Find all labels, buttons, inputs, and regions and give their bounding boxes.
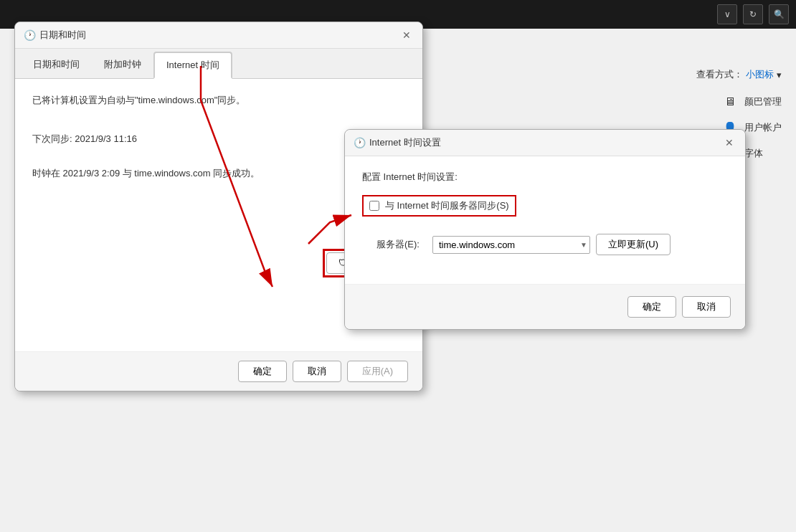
internet-content: 配置 Internet 时间设置: 与 Internet 时间服务器同步(S) … [345,156,745,284]
datetime-title-area: 🕐 日期和时间 [24,29,86,42]
sync-description: 已将计算机设置为自动与"time.windows.com"同步。 [32,93,405,108]
internet-title-text: Internet 时间设置 [369,136,441,149]
datetime-titlebar: 🕐 日期和时间 ✕ [15,22,422,49]
internet-close-button[interactable]: ✕ [722,136,736,150]
server-dropdown-icon[interactable]: ▼ [580,241,587,249]
view-mode-selector: 查看方式： 小图标 ▾ [696,68,782,81]
internet-title-area: 🕐 Internet 时间设置 [354,136,441,149]
server-label: 服务器(E): [376,238,427,251]
font-label: 字体 [744,147,763,160]
datetime-title-icon: 🕐 [24,29,35,41]
search-btn[interactable]: 🔍 [769,4,789,24]
icon-yanbaguanli[interactable]: 🖥 颜巴管理 [721,93,782,110]
datetime-title-text: 日期和时间 [39,29,86,42]
datetime-cancel-button[interactable]: 取消 [293,361,341,382]
internet-config-label: 配置 Internet 时间设置: [362,171,728,184]
datetime-footer: 确定 取消 应用(A) [15,351,422,391]
user-account-label: 用户帐户 [744,121,782,134]
tab-additional-clock[interactable]: 附加时钟 [92,52,153,78]
server-row: 服务器(E): ▼ 立即更新(U) [362,234,728,255]
internet-title-icon: 🕐 [354,137,365,148]
view-mode-label: 查看方式： [696,68,743,81]
internet-titlebar: 🕐 Internet 时间设置 ✕ [345,130,745,156]
internet-time-dialog: 🕐 Internet 时间设置 ✕ 配置 Internet 时间设置: 与 In… [344,129,746,330]
update-now-button[interactable]: 立即更新(U) [596,234,671,255]
view-mode-value[interactable]: 小图标 [746,68,774,81]
datetime-ok-button[interactable]: 确定 [238,361,287,382]
tab-internet-time[interactable]: Internet 时间 [153,52,232,79]
yanbaguanli-icon: 🖥 [721,93,739,110]
dropdown-btn[interactable]: ∨ [717,4,737,24]
server-input[interactable] [432,236,590,254]
datetime-close-button[interactable]: ✕ [399,28,414,42]
server-input-container: ▼ [432,236,590,254]
internet-ok-button[interactable]: 确定 [627,296,676,318]
datetime-tabs: 日期和时间 附加时钟 Internet 时间 [15,49,422,79]
internet-cancel-button[interactable]: 取消 [682,296,731,318]
sync-label: 与 Internet 时间服务器同步(S) [385,199,509,212]
yanbaguanli-label: 颜巴管理 [744,95,782,108]
datetime-apply-button[interactable]: 应用(A) [347,361,408,382]
tab-datetime[interactable]: 日期和时间 [21,52,92,78]
internet-footer: 确定 取消 [345,284,745,329]
refresh-btn[interactable]: ↻ [743,4,763,24]
view-mode-arrow: ▾ [777,70,782,80]
sync-checkbox[interactable] [369,201,379,211]
